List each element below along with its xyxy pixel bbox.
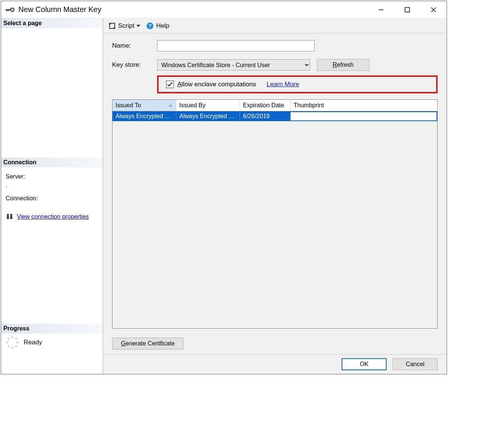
allow-enclave-checkbox[interactable] <box>166 81 174 88</box>
svg-rect-11 <box>10 216 12 219</box>
allow-enclave-label: Allow enclave computations <box>177 81 256 88</box>
sidebar: Select a page Connection Server: . Conne… <box>1 18 103 374</box>
svg-marker-21 <box>136 25 140 27</box>
connection-header: Connection <box>1 158 103 167</box>
svg-point-18 <box>6 341 8 344</box>
svg-point-17 <box>8 345 10 347</box>
script-label: Script <box>118 22 134 30</box>
script-button[interactable]: Script <box>106 21 142 30</box>
ok-button[interactable]: OK <box>342 358 387 370</box>
col-issued-to[interactable]: Issued To <box>112 100 176 111</box>
col-thumbprint[interactable]: Thumbprint <box>291 100 437 111</box>
svg-rect-5 <box>405 8 410 12</box>
content-area: Select a page Connection Server: . Conne… <box>1 18 447 374</box>
cell-expiration: 6/26/2019 <box>240 111 291 121</box>
sort-asc-icon <box>168 103 173 108</box>
help-label: Help <box>156 22 169 30</box>
cancel-button[interactable]: Cancel <box>393 358 438 370</box>
svg-point-16 <box>11 347 14 349</box>
svg-point-15 <box>15 345 17 347</box>
maximize-button[interactable] <box>394 1 420 18</box>
enclave-highlight: Allow enclave computations Learn More <box>157 75 438 93</box>
help-button[interactable]: ? Help <box>144 21 171 30</box>
certificate-grid: Issued To Issued By Expiration Date Thum… <box>112 99 438 329</box>
chevron-down-icon <box>136 24 140 28</box>
footer: OK Cancel <box>103 354 447 374</box>
svg-rect-2 <box>6 9 7 11</box>
window-title: New Column Master Key <box>18 5 101 14</box>
generate-certificate-button[interactable]: Generate Certificate <box>112 338 183 350</box>
titlebar: New Column Master Key <box>1 1 447 18</box>
keystore-label: Key store: <box>112 61 157 69</box>
connection-panel: Server: . Connection: View connection pr… <box>1 167 103 301</box>
connection-icon <box>6 213 14 221</box>
dialog-window: New Column Master Key Select a page Conn… <box>1 1 447 374</box>
server-label: Server: <box>6 173 98 180</box>
grid-row[interactable]: Always Encrypted ... Always Encrypted A.… <box>112 111 437 121</box>
svg-point-13 <box>15 338 17 340</box>
view-connection-properties-link[interactable]: View connection properties <box>17 213 89 220</box>
grid-header: Issued To Issued By Expiration Date Thum… <box>112 100 437 111</box>
spinner-icon <box>6 336 19 349</box>
progress-status: Ready <box>24 339 42 346</box>
svg-marker-24 <box>169 104 172 107</box>
select-page-header: Select a page <box>1 18 103 28</box>
cell-thumbprint[interactable] <box>291 111 437 121</box>
svg-point-12 <box>11 336 14 338</box>
name-input[interactable] <box>157 40 315 51</box>
col-issued-by[interactable]: Issued By <box>176 100 240 111</box>
svg-point-8 <box>7 214 9 216</box>
minimize-button[interactable] <box>368 1 394 18</box>
svg-point-0 <box>11 8 14 11</box>
svg-point-19 <box>8 338 10 340</box>
main-body: Name: Key store: Windows Certificate Sto… <box>103 33 447 354</box>
cell-issued-to: Always Encrypted ... <box>112 111 176 121</box>
svg-point-14 <box>16 341 19 344</box>
col-expiration[interactable]: Expiration Date <box>240 100 291 111</box>
svg-point-10 <box>10 214 12 216</box>
key-icon <box>6 7 15 12</box>
svg-rect-3 <box>8 9 9 11</box>
main-panel: Script ? Help Name: Key store: Windows C… <box>103 18 447 374</box>
close-button[interactable] <box>420 1 447 18</box>
server-value: . <box>6 182 98 188</box>
refresh-button[interactable]: Refresh <box>317 59 369 71</box>
cell-issued-by: Always Encrypted A... <box>176 111 240 121</box>
svg-text:?: ? <box>148 23 152 29</box>
progress-header: Progress <box>1 324 103 333</box>
toolbar: Script ? Help <box>103 18 447 33</box>
svg-rect-9 <box>7 216 9 219</box>
keystore-select[interactable]: Windows Certificate Store - Current User <box>157 59 310 71</box>
name-label: Name: <box>112 42 157 50</box>
connection-label: Connection: <box>6 195 98 202</box>
learn-more-link[interactable]: Learn More <box>267 81 299 88</box>
